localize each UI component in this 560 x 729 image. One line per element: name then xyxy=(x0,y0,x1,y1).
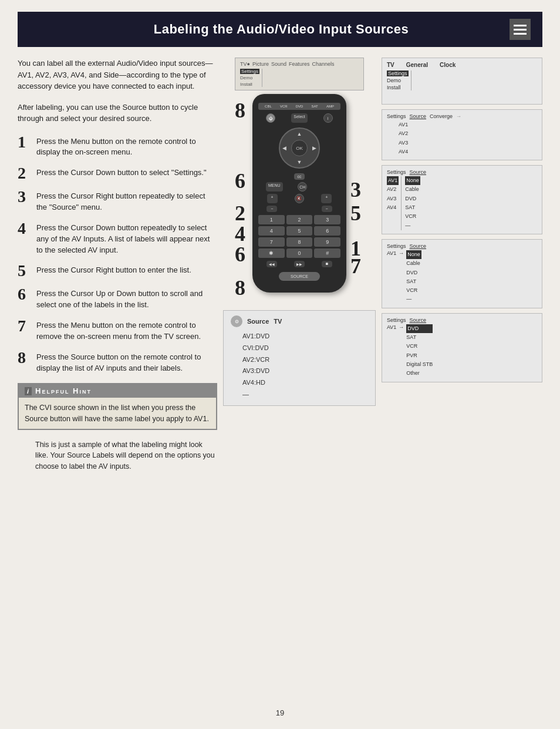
remote-num-hash[interactable]: # xyxy=(314,248,340,258)
screen2-av1: AV1 xyxy=(399,120,537,129)
label-none: None xyxy=(405,176,420,185)
remote-menu-btn[interactable]: MENU xyxy=(266,182,283,192)
source-dvd: DVD xyxy=(296,105,303,108)
right-column: TV General Clock Settings Demo Install S… xyxy=(376,58,542,472)
source-vcr: VCR xyxy=(280,105,288,108)
av-item-6: — xyxy=(242,389,368,401)
demo-label-1: Demo xyxy=(387,78,409,83)
hint-content: The CVI source shown in the list when yo… xyxy=(19,398,216,428)
step-overlay-4: 4 xyxy=(235,223,245,244)
remote-vol-minus[interactable]: − xyxy=(266,206,277,212)
av-items-list: AV1:DVD CVI:DVD AV2:VCR AV3:DVD AV4:HD — xyxy=(231,331,368,401)
label-dvd: DVD xyxy=(405,194,420,203)
step-text-1: Press the Menu button on the remote cont… xyxy=(36,134,217,159)
source-amp: AMP xyxy=(326,105,334,108)
label-cable: Cable xyxy=(405,185,420,194)
screen4-av1-label: AV1 xyxy=(387,250,396,256)
step-7: 7 Press the Menu button on the remote co… xyxy=(18,318,217,342)
nav-up-arrow: ▲ xyxy=(297,131,302,137)
remote-vol-plus[interactable]: + xyxy=(267,194,278,203)
remote-num-3[interactable]: 3 xyxy=(314,215,340,224)
remote-num-6[interactable]: 6 xyxy=(314,226,340,236)
step-number-8: 8 xyxy=(18,350,32,366)
step-overlay-6: 6 xyxy=(235,170,245,192)
remote-num-2[interactable]: 2 xyxy=(286,215,313,224)
screen4-vcr: VCR xyxy=(406,286,421,295)
remote-audio-ctrl-3[interactable]: ⏹ xyxy=(322,261,332,267)
step-overlay-8-top: 8 xyxy=(235,100,245,121)
remote-body: CBL VCR DVD SAT AMP ⏻ Select i xyxy=(252,94,346,293)
remote-vol-row: + 🔇 + xyxy=(258,194,340,203)
av-item-5: AV4:HD xyxy=(242,377,368,389)
remote-ok-btn[interactable]: OK xyxy=(291,140,308,156)
page-title: Labeling the Audio/Video Input Sources xyxy=(53,22,510,37)
label-vcr: VCR xyxy=(405,212,420,221)
remote-audio-ctrl-1[interactable]: ◀◀ xyxy=(266,261,277,267)
screen3-av3: AV3 xyxy=(387,194,399,203)
screen5-sat: SAT xyxy=(406,333,433,342)
step-text-8: Press the Source button on the remote co… xyxy=(36,350,217,374)
av-item-4: AV3:DVD xyxy=(242,365,368,377)
remote-num-star[interactable]: ✱ xyxy=(258,248,285,258)
remote-num-8[interactable]: 8 xyxy=(286,237,313,247)
screen5-selected-dvd: DVD xyxy=(406,324,433,333)
screen1-clock: Clock xyxy=(440,62,456,68)
remote-power-btn[interactable]: ⏻ xyxy=(266,113,275,123)
screen5-settings: Settings xyxy=(387,317,406,323)
screen-settings-label: Settings xyxy=(240,69,259,74)
screen4-dvd: DVD xyxy=(406,268,421,277)
intro-paragraph-2: After labeling, you can use the Source b… xyxy=(18,102,217,125)
settings-screen-1: TV General Clock Settings Demo Install xyxy=(382,58,542,105)
source-cbl: CBL xyxy=(265,105,272,108)
screen5-pvr: PVR xyxy=(406,351,433,360)
screen2-settings: Settings xyxy=(387,113,406,119)
hint-icon: i xyxy=(25,387,32,395)
label-dash: — xyxy=(405,221,420,230)
remote-bottom-row: ◀◀ ▶▶ ⏹ xyxy=(258,261,340,267)
step-number-7: 7 xyxy=(18,318,32,334)
remote-info-btn[interactable]: i xyxy=(323,113,333,123)
remote-num-9[interactable]: 9 xyxy=(314,237,340,247)
tv-label-text: TV xyxy=(274,318,282,325)
step-5: 5 Press the Cursor Right button to enter… xyxy=(18,263,217,279)
source-icon: ⊙ xyxy=(231,315,242,327)
screen4-source: Source xyxy=(410,243,427,249)
remote-mute-btn[interactable]: 🔇 xyxy=(295,194,304,203)
remote-source-btn[interactable]: SOURCE xyxy=(279,272,320,281)
remote-source-row: CBL VCR DVD SAT AMP xyxy=(258,103,340,110)
step-2: 2 Press the Cursor Down button to select… xyxy=(18,165,217,182)
screen-demo-label: Demo xyxy=(240,75,259,80)
remote-numpad: 1 2 3 4 5 6 7 8 9 ✱ 0 # xyxy=(258,215,340,258)
av-item-1: AV1:DVD xyxy=(242,331,368,342)
remote-num-4[interactable]: 4 xyxy=(258,226,285,236)
step-overlay-2: 2 xyxy=(235,203,245,224)
remote-num-1[interactable]: 1 xyxy=(258,215,285,224)
steps-list: 1 Press the Menu button on the remote co… xyxy=(18,134,217,374)
screen-menu-sound: Sound xyxy=(271,61,286,67)
step-overlay-5: 5 xyxy=(350,203,361,224)
step-number-4: 4 xyxy=(18,220,32,237)
step-1: 1 Press the Menu button on the remote co… xyxy=(18,134,217,159)
screen5-digital-stb: Digital STB xyxy=(406,360,433,369)
remote-nav-ring[interactable]: ▲ ▼ ◀ ▶ OK xyxy=(279,127,320,169)
remote-ch-minus[interactable]: − xyxy=(322,206,332,212)
screen1-general: General xyxy=(406,62,428,68)
step-number-1: 1 xyxy=(18,134,32,150)
remote-audio-ctrl-2[interactable]: ▶▶ xyxy=(294,261,305,267)
page-number: 19 xyxy=(276,708,284,717)
screen-content-area xyxy=(265,69,312,87)
remote-num-5[interactable]: 5 xyxy=(286,226,313,236)
source-screen-header: ⊙ Source TV xyxy=(231,315,368,327)
remote-ch-plus[interactable]: + xyxy=(321,194,332,203)
remote-ch-btn[interactable]: CH xyxy=(298,182,307,192)
remote-num-0[interactable]: 0 xyxy=(286,248,313,258)
remote-select-btn[interactable]: Select xyxy=(291,113,307,123)
step-text-7: Press the Menu button on the remote cont… xyxy=(36,318,217,342)
step-4: 4 Press the Cursor Down button repeatedl… xyxy=(18,220,217,256)
screen1-tv: TV xyxy=(387,62,394,68)
remote-num-7[interactable]: 7 xyxy=(258,237,285,247)
remote-cc-btn[interactable]: cc xyxy=(294,173,305,180)
step-number-3: 3 xyxy=(18,189,32,205)
screen5-source: Source xyxy=(410,317,427,323)
main-layout: You can label all the external Audio/Vid… xyxy=(18,58,542,472)
